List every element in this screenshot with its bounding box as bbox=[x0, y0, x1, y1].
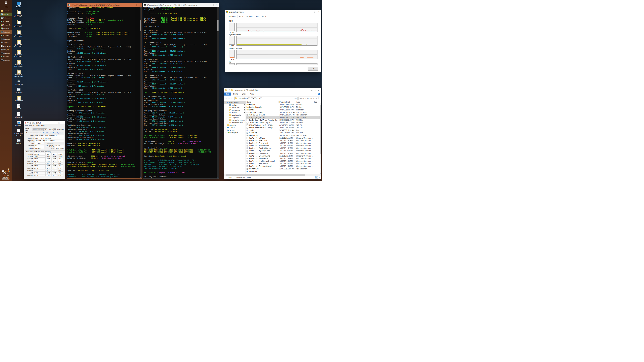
file-row[interactable]: Cos(1) - Dec - Half Angle Formula - 0.yc… bbox=[246, 119, 321, 121]
menu-options[interactable]: Options bbox=[29, 125, 34, 126]
taskbar-item[interactable]: C:\Users\... bbox=[0, 51, 12, 55]
taskbar-item[interactable]: C:\Users\... bbox=[0, 34, 12, 37]
qat-customize-chevron[interactable]: ▾ bbox=[234, 90, 234, 91]
scrollbar-thumb[interactable] bbox=[320, 105, 321, 154]
column-date-modified[interactable]: Date modified bbox=[278, 101, 295, 103]
start-button[interactable] bbox=[0, 0, 12, 5]
nav-item-y-cruncher-v0-7-7-94[interactable]: y-cruncher v0.7.7.94 bbox=[224, 121, 246, 124]
ribbon-tab-view[interactable]: View bbox=[248, 92, 256, 95]
taskbar-item[interactable]: C:\Users\... bbox=[0, 19, 12, 23]
coretemp-tray-icon[interactable] bbox=[2, 170, 4, 172]
explorer-titlebar[interactable]: ▾ y-cruncher v0.7.7.9483-91 (AV) — □ ✕ bbox=[224, 88, 321, 92]
desktop-icon[interactable]: pi-100b.cfg bbox=[12, 86, 25, 93]
scrollbar-thumb[interactable] bbox=[140, 20, 142, 31]
file-row[interactable]: 2018_10_30_cos1.txt10/30/2018 3:18 AMTex… bbox=[246, 116, 321, 119]
close-button[interactable]: ✕ bbox=[62, 122, 63, 124]
qat-properties-icon[interactable] bbox=[229, 89, 230, 91]
desktop-icon[interactable]: y-cruncher v0.7.7.9483... bbox=[12, 9, 25, 17]
close-button[interactable]: ✕ bbox=[318, 11, 319, 13]
file-row[interactable]: Scripts10/29/2018 9:59 AMFile folder bbox=[246, 109, 321, 111]
taskbar-clock[interactable]: 10:11 AM Tuesday 10/30/2018 bbox=[2, 174, 10, 180]
coretemp-tray-temp[interactable]: 35 bbox=[5, 170, 6, 172]
scroll-right-icon[interactable]: › bbox=[320, 174, 321, 176]
desktop-icon[interactable]: Recycle Bin bbox=[12, 78, 25, 85]
desktop-icon[interactable]: Golden Ratio - Dec - Ne... bbox=[12, 127, 25, 136]
qat-newfolder-icon[interactable] bbox=[231, 89, 233, 91]
taskbar-item[interactable]: C:\Users\... bbox=[0, 58, 12, 62]
cpu-select-dropdown[interactable]: Processor #0˅ bbox=[32, 128, 44, 131]
console-left-titlebar[interactable]: C:\Users\Akari\Desktop\y-cruncher v0.7.7… bbox=[67, 3, 142, 7]
file-row[interactable]: Run As - 08 - Nehalem.cmd1/5/2016 1:52 P… bbox=[246, 144, 321, 147]
minimize-button[interactable]: — bbox=[310, 11, 312, 13]
nav-item-y-cruncher-v0-7-7-94[interactable]: y-cruncher v0.7.7.94 bbox=[224, 119, 246, 121]
search-input[interactable]: Search y-cruncher v0.7.7.9483-... bbox=[298, 96, 320, 100]
console-right-scrollbar[interactable]: ▲ ▼ bbox=[217, 7, 219, 178]
tab-gpu[interactable]: GPU bbox=[260, 15, 268, 18]
nav-chevron-icon[interactable]: ˅ bbox=[225, 102, 226, 103]
menu-tools[interactable]: Tools bbox=[36, 125, 40, 126]
maximize-button[interactable]: □ bbox=[136, 4, 137, 6]
file-row[interactable]: Binaries10/29/2018 9:59 AMFile folder bbox=[246, 103, 321, 106]
taskbar-item[interactable]: Core Tem... bbox=[0, 12, 12, 16]
nav-item-programs[interactable]: Programs bbox=[224, 116, 246, 119]
desktop-icon[interactable]: y-cruncher v0.7.7.9483... bbox=[12, 19, 25, 27]
back-button[interactable]: ← bbox=[225, 97, 227, 99]
tab-summary[interactable]: Summary bbox=[226, 15, 238, 18]
driver-updates-link[interactable]: Check for Intel Driver Updates bbox=[42, 132, 63, 134]
nav-item-benchmarks[interactable]: Benchmarks bbox=[224, 114, 246, 116]
history-chevron[interactable]: ˅ bbox=[231, 98, 232, 99]
file-row[interactable]: Cos(1) - Dec - Series - 0.ycd10/29/2018 … bbox=[246, 121, 321, 124]
column-name[interactable]: Name bbox=[246, 101, 278, 103]
console-right-titlebar[interactable]: C:\Users\Akari\Desktop\y-cruncher v0.7.7… bbox=[143, 3, 219, 7]
scroll-up-icon[interactable]: ▲ bbox=[320, 103, 321, 105]
network-tray-icon[interactable] bbox=[4, 172, 6, 174]
taskbar-item[interactable]: y-crunch... bbox=[0, 9, 12, 12]
taskbar-item[interactable]: System I... bbox=[0, 27, 12, 30]
taskbar-item[interactable]: 2018_10_... bbox=[0, 44, 12, 48]
sysinfo-titlebar[interactable]: System Information — □ ✕ bbox=[225, 10, 321, 14]
tab-io[interactable]: I/O bbox=[254, 15, 260, 18]
vertical-scrollbar[interactable]: ▲ ▼ bbox=[320, 103, 321, 174]
file-row[interactable]: HWBOT Submitter v1.0.1.130.jar10/28/2018… bbox=[246, 126, 321, 129]
file-row[interactable]: pi-100b.cfg7/24/2018 8:25 PMCFG File bbox=[246, 132, 321, 134]
nav-item-this-pc[interactable]: ›This PC bbox=[224, 126, 246, 129]
desktop-icon[interactable]: tbb.dll bbox=[12, 103, 25, 110]
nav-item-pictures[interactable]: Pictures📌 bbox=[224, 111, 246, 114]
maximize-button[interactable]: □ bbox=[314, 11, 315, 13]
desktop-icon[interactable]: test.cfg bbox=[12, 137, 25, 144]
file-row[interactable]: Run As - 03 - SSE3.cmd1/5/2016 1:51 PMWi… bbox=[246, 139, 321, 142]
nav-item-desktop[interactable]: Desktop📌 bbox=[224, 104, 246, 106]
desktop-icon[interactable]: y-cruncher v0.7.7.9483... bbox=[12, 29, 25, 37]
file-row[interactable]: Run As - 17 - Skylake.cmd1/5/2016 1:53 P… bbox=[246, 162, 321, 165]
file-row[interactable]: Run As - 11 - SandyBridge.cmd1/5/2016 1:… bbox=[246, 147, 321, 149]
ok-button[interactable]: OK bbox=[308, 67, 318, 70]
ribbon-tab-file[interactable]: File bbox=[224, 92, 231, 95]
ribbon-collapse-chevron[interactable]: ˅ bbox=[316, 93, 316, 95]
menu-file[interactable]: File bbox=[25, 125, 28, 126]
ribbon-tab-share[interactable]: Share bbox=[240, 92, 248, 95]
column-size[interactable]: Size bbox=[313, 101, 321, 103]
file-row[interactable]: Command Lines.txt10/13/2018 12:57 AMText… bbox=[246, 111, 321, 114]
file-row[interactable]: Run As - 14 - Broadwell.cmd1/5/2016 1:52… bbox=[246, 155, 321, 157]
taskbar-item[interactable]: 2018_10_... bbox=[0, 48, 12, 51]
menu-help[interactable]: Help bbox=[42, 125, 44, 126]
firewall-tray-icon[interactable] bbox=[8, 170, 10, 172]
taskbar-item[interactable]: Untitled -... bbox=[0, 41, 12, 44]
taskbar-item[interactable]: C:\Users\... bbox=[0, 55, 12, 58]
console-left-scrollbar[interactable]: ▲ ▼ bbox=[140, 7, 142, 178]
file-row[interactable]: Run As - 13 - Haswell.cmd1/5/2016 1:52 P… bbox=[246, 152, 321, 155]
maximize-button[interactable]: □ bbox=[315, 89, 316, 91]
file-row[interactable]: Run As - 07 - Penryn.cmd1/5/2016 1:51 PM… bbox=[246, 142, 321, 144]
tab-memory[interactable]: Memory bbox=[245, 15, 254, 18]
details-view-button[interactable] bbox=[316, 176, 318, 178]
task-view-button[interactable] bbox=[0, 5, 12, 9]
file-row[interactable]: Run As - 15 - Skylake.cmd1/5/2016 1:53 P… bbox=[246, 157, 321, 160]
file-row[interactable]: Custom Formulas10/29/2018 9:59 AMFile fo… bbox=[246, 106, 321, 108]
nav-item-homegroup[interactable]: ›Homegroup bbox=[224, 131, 246, 134]
nav-item-network[interactable]: ›Network bbox=[224, 129, 246, 131]
show-hidden-icons-chevron[interactable]: ❯ bbox=[8, 168, 9, 170]
taskbar-item[interactable]: C:\Users\... bbox=[0, 37, 12, 41]
desktop-icon[interactable]: Benchmarks bbox=[12, 94, 25, 102]
file-row[interactable]: Icon.ico5/24/2009 11:59 AMIcon bbox=[246, 129, 321, 132]
close-button[interactable]: ✕ bbox=[139, 4, 140, 6]
